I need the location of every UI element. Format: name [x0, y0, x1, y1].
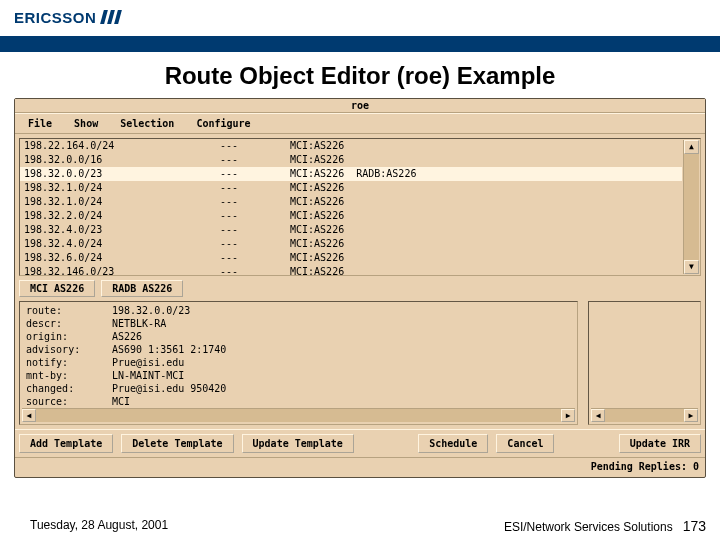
detail-value: MCI [112, 395, 575, 406]
route-mid: --- [220, 265, 290, 275]
route-prefix: 198.32.146.0/23 [20, 265, 220, 275]
route-db: MCI:AS226 [290, 223, 682, 237]
list-scrollbar[interactable]: ▲ ▼ [683, 140, 699, 274]
scroll-up-icon[interactable]: ▲ [684, 140, 699, 154]
menu-configure[interactable]: Configure [187, 116, 259, 131]
detail-row-item: changed:Prue@isi.edu 950420 [22, 382, 575, 395]
detail-value: AS690 1:3561 2:1740 [112, 343, 575, 356]
detail-row-item: mnt-by:LN-MAINT-MCI [22, 369, 575, 382]
route-db: MCI:AS226 RADB:AS226 [290, 167, 682, 181]
window-titlebar: roe [15, 99, 705, 113]
route-list-row[interactable]: 198.32.146.0/23---MCI:AS226 [20, 265, 682, 275]
roe-app-window: roe File Show Selection Configure 198.22… [14, 98, 706, 478]
menu-show[interactable]: Show [65, 116, 107, 131]
route-detail-panel: route:198.32.0.0/23descr:NETBLK-RAorigin… [19, 301, 578, 425]
detail-row-item: route:198.32.0.0/23 [22, 304, 575, 317]
header-divider [0, 36, 720, 52]
secondary-detail-panel: ◀ ▶ [588, 301, 701, 425]
detail-row-item: source:MCI [22, 395, 575, 406]
route-prefix: 198.32.4.0/24 [20, 237, 220, 251]
brand-bars-icon [102, 10, 120, 24]
footer-date: Tuesday, 28 August, 2001 [30, 518, 168, 534]
db-tab-strip: MCI AS226 RADB AS226 [15, 280, 705, 301]
route-db: MCI:AS226 [290, 209, 682, 223]
scroll-left-icon[interactable]: ◀ [22, 409, 36, 422]
route-mid: --- [220, 237, 290, 251]
route-prefix: 198.32.1.0/24 [20, 181, 220, 195]
route-list: 198.22.164.0/24---MCI:AS226198.32.0.0/16… [19, 138, 701, 276]
slide-footer: Tuesday, 28 August, 2001 ESI/Network Ser… [30, 518, 706, 534]
detail-key: route: [22, 304, 112, 317]
detail-value: Prue@isi.edu 950420 [112, 382, 575, 395]
footer-org: ESI/Network Services Solutions [504, 520, 673, 534]
route-db: MCI:AS226 [290, 265, 682, 275]
secondary-hscroll[interactable]: ◀ ▶ [591, 408, 698, 422]
delete-template-button[interactable]: Delete Template [121, 434, 233, 453]
route-db: MCI:AS226 [290, 237, 682, 251]
route-mid: --- [220, 251, 290, 265]
detail-key: source: [22, 395, 112, 406]
route-list-row[interactable]: 198.32.1.0/24---MCI:AS226 [20, 181, 682, 195]
menu-file[interactable]: File [19, 116, 61, 131]
scroll-left-icon[interactable]: ◀ [591, 409, 605, 422]
scroll-right-icon[interactable]: ▶ [561, 409, 575, 422]
detail-value: LN-MAINT-MCI [112, 369, 575, 382]
route-list-row[interactable]: 198.32.1.0/24---MCI:AS226 [20, 195, 682, 209]
detail-row: route:198.32.0.0/23descr:NETBLK-RAorigin… [15, 301, 705, 429]
slide-title: Route Object Editor (roe) Example [0, 62, 720, 90]
detail-row-item: descr:NETBLK-RA [22, 317, 575, 330]
detail-key: descr: [22, 317, 112, 330]
route-db: MCI:AS226 [290, 195, 682, 209]
menubar: File Show Selection Configure [15, 113, 705, 134]
menu-selection[interactable]: Selection [111, 116, 183, 131]
scroll-down-icon[interactable]: ▼ [684, 260, 699, 274]
brand-logo-text: ERICSSON [14, 9, 96, 26]
tab-mci-as226[interactable]: MCI AS226 [19, 280, 95, 297]
route-mid: --- [220, 223, 290, 237]
route-mid: --- [220, 139, 290, 153]
schedule-button[interactable]: Schedule [418, 434, 488, 453]
detail-key: mnt-by: [22, 369, 112, 382]
route-prefix: 198.32.1.0/24 [20, 195, 220, 209]
cancel-button[interactable]: Cancel [496, 434, 554, 453]
route-prefix: 198.32.0.0/16 [20, 153, 220, 167]
route-list-row[interactable]: 198.32.0.0/16---MCI:AS226 [20, 153, 682, 167]
route-mid: --- [220, 195, 290, 209]
detail-value: 198.32.0.0/23 [112, 304, 575, 317]
route-list-row[interactable]: 198.22.164.0/24---MCI:AS226 [20, 139, 682, 153]
update-template-button[interactable]: Update Template [242, 434, 354, 453]
route-prefix: 198.32.6.0/24 [20, 251, 220, 265]
detail-row-item: notify:Prue@isi.edu [22, 356, 575, 369]
route-list-row[interactable]: 198.32.4.0/24---MCI:AS226 [20, 237, 682, 251]
detail-key: notify: [22, 356, 112, 369]
page-number: 173 [683, 518, 706, 534]
detail-key: changed: [22, 382, 112, 395]
route-prefix: 198.32.0.0/23 [20, 167, 220, 181]
scroll-right-icon[interactable]: ▶ [684, 409, 698, 422]
route-db: MCI:AS226 [290, 153, 682, 167]
detail-row-item: advisory:AS690 1:3561 2:1740 [22, 343, 575, 356]
route-db: MCI:AS226 [290, 139, 682, 153]
detail-hscroll[interactable]: ◀ ▶ [22, 408, 575, 422]
route-mid: --- [220, 181, 290, 195]
detail-key: advisory: [22, 343, 112, 356]
slide-header: ERICSSON [0, 0, 720, 34]
add-template-button[interactable]: Add Template [19, 434, 113, 453]
detail-row-item: origin:AS226 [22, 330, 575, 343]
route-list-row[interactable]: 198.32.2.0/24---MCI:AS226 [20, 209, 682, 223]
tab-radb-as226[interactable]: RADB AS226 [101, 280, 183, 297]
route-db: MCI:AS226 [290, 251, 682, 265]
route-list-row[interactable]: 198.32.4.0/23---MCI:AS226 [20, 223, 682, 237]
route-prefix: 198.32.4.0/23 [20, 223, 220, 237]
route-db: MCI:AS226 [290, 181, 682, 195]
route-prefix: 198.22.164.0/24 [20, 139, 220, 153]
update-irr-button[interactable]: Update IRR [619, 434, 701, 453]
detail-key: origin: [22, 330, 112, 343]
route-prefix: 198.32.2.0/24 [20, 209, 220, 223]
detail-value: NETBLK-RA [112, 317, 575, 330]
route-list-row[interactable]: 198.32.0.0/23---MCI:AS226 RADB:AS226 [20, 167, 682, 181]
route-list-row[interactable]: 198.32.6.0/24---MCI:AS226 [20, 251, 682, 265]
route-mid: --- [220, 153, 290, 167]
route-mid: --- [220, 209, 290, 223]
detail-value: Prue@isi.edu [112, 356, 575, 369]
